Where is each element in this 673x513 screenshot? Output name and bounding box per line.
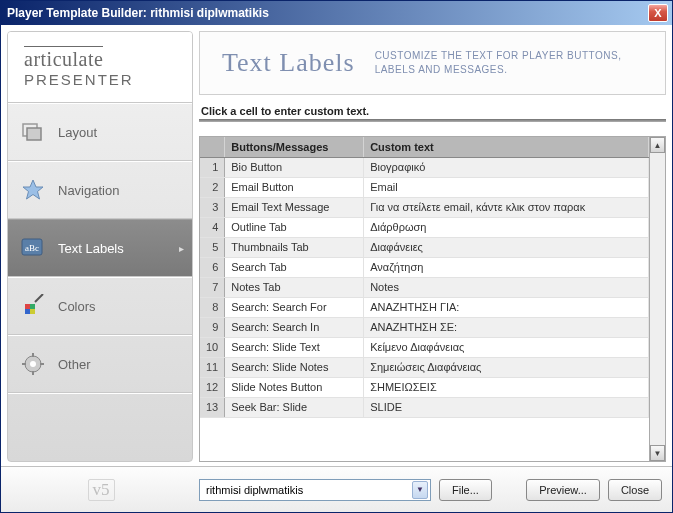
col-header-custom[interactable]: Custom text: [364, 137, 649, 157]
svg-point-11: [30, 361, 36, 367]
table-row: 6Search TabΑναζήτηση: [200, 257, 649, 277]
cell-custom-text[interactable]: ΑΝΑΖΗΤΗΣΗ ΣΕ:: [364, 317, 649, 337]
cell-button-message[interactable]: Email Text Message: [225, 197, 364, 217]
table-row: 11Search: Slide NotesΣημειώσεις Διαφάνει…: [200, 357, 649, 377]
window: Player Template Builder: rithmisi diplwm…: [0, 0, 673, 513]
col-header-rownum[interactable]: [200, 137, 225, 157]
logo-top: articulate: [24, 46, 103, 71]
table-row: 1Bio ButtonΒιογραφικό: [200, 157, 649, 177]
table-row: 10Search: Slide TextΚείμενο Διαφάνειας: [200, 337, 649, 357]
svg-marker-2: [23, 180, 43, 199]
close-icon[interactable]: X: [648, 4, 668, 22]
svg-rect-7: [25, 309, 30, 314]
table-row: 8Search: Search ForΑΝΑΖΗΤΗΣΗ ΓΙΑ:: [200, 297, 649, 317]
svg-rect-8: [30, 309, 35, 314]
cell-button-message[interactable]: Slide Notes Button: [225, 377, 364, 397]
cell-button-message[interactable]: Search: Search In: [225, 317, 364, 337]
row-number[interactable]: 10: [200, 337, 225, 357]
window-body: articulate PRESENTER Layout Navigation: [1, 25, 672, 512]
cell-button-message[interactable]: Search: Search For: [225, 297, 364, 317]
row-number[interactable]: 7: [200, 277, 225, 297]
titlebar: Player Template Builder: rithmisi diplwm…: [1, 1, 672, 25]
sidebar-item-text-labels[interactable]: aBc Text Labels: [8, 219, 192, 277]
row-number[interactable]: 9: [200, 317, 225, 337]
page-description: CUSTOMIZE THE TEXT FOR PLAYER BUTTONS, L…: [375, 49, 643, 77]
row-number[interactable]: 3: [200, 197, 225, 217]
cell-custom-text[interactable]: Βιογραφικό: [364, 157, 649, 177]
cell-custom-text[interactable]: ΣΗΜΕΙΩΣΕΙΣ: [364, 377, 649, 397]
row-number[interactable]: 8: [200, 297, 225, 317]
sidebar-item-layout[interactable]: Layout: [8, 103, 192, 161]
svg-rect-5: [25, 304, 30, 309]
file-button[interactable]: File...: [439, 479, 492, 501]
cell-custom-text[interactable]: Διάρθρωση: [364, 217, 649, 237]
cell-button-message[interactable]: Thumbnails Tab: [225, 237, 364, 257]
table-row: 7Notes TabNotes: [200, 277, 649, 297]
cell-button-message[interactable]: Seek Bar: Slide: [225, 397, 364, 417]
divider: [199, 119, 666, 122]
scrollbar[interactable]: ▲ ▼: [649, 137, 665, 461]
row-number[interactable]: 11: [200, 357, 225, 377]
grid-table: Buttons/Messages Custom text 1Bio Button…: [200, 137, 649, 418]
row-number[interactable]: 6: [200, 257, 225, 277]
cell-custom-text[interactable]: Διαφάνειες: [364, 237, 649, 257]
table-row: 5Thumbnails TabΔιαφάνειες: [200, 237, 649, 257]
col-header-buttons[interactable]: Buttons/Messages: [225, 137, 364, 157]
sidebar-spacer: [8, 393, 192, 461]
cell-button-message[interactable]: Search Tab: [225, 257, 364, 277]
sidebar-item-label: Other: [58, 357, 91, 372]
scroll-up-icon[interactable]: ▲: [650, 137, 665, 153]
cell-button-message[interactable]: Search: Slide Notes: [225, 357, 364, 377]
svg-rect-6: [30, 304, 35, 309]
svg-line-9: [35, 294, 43, 302]
cell-custom-text[interactable]: Email: [364, 177, 649, 197]
cell-button-message[interactable]: Search: Slide Text: [225, 337, 364, 357]
logo: articulate PRESENTER: [8, 32, 192, 103]
sidebar-item-other[interactable]: Other: [8, 335, 192, 393]
gear-icon: [20, 351, 46, 377]
cell-button-message[interactable]: Outline Tab: [225, 217, 364, 237]
navigation-icon: [20, 177, 46, 203]
table-row: 2Email ButtonEmail: [200, 177, 649, 197]
table-row: 3Email Text MessageΓια να στείλετε email…: [200, 197, 649, 217]
cell-custom-text[interactable]: Για να στείλετε email, κάντε κλικ στον π…: [364, 197, 649, 217]
row-number[interactable]: 2: [200, 177, 225, 197]
layout-icon: [20, 119, 46, 145]
cell-custom-text[interactable]: Κείμενο Διαφάνειας: [364, 337, 649, 357]
table-row: 9Search: Search InΑΝΑΖΗΤΗΣΗ ΣΕ:: [200, 317, 649, 337]
preview-button[interactable]: Preview...: [526, 479, 600, 501]
cell-button-message[interactable]: Bio Button: [225, 157, 364, 177]
row-number[interactable]: 1: [200, 157, 225, 177]
close-button[interactable]: Close: [608, 479, 662, 501]
cell-custom-text[interactable]: ΑΝΑΖΗΤΗΣΗ ΓΙΑ:: [364, 297, 649, 317]
scroll-track[interactable]: [650, 153, 665, 445]
sidebar: articulate PRESENTER Layout Navigation: [7, 31, 193, 462]
row-number[interactable]: 13: [200, 397, 225, 417]
cell-custom-text[interactable]: Σημειώσεις Διαφάνειας: [364, 357, 649, 377]
version-label: v5: [88, 479, 115, 501]
cell-custom-text[interactable]: Notes: [364, 277, 649, 297]
cell-custom-text[interactable]: Αναζήτηση: [364, 257, 649, 277]
content-panel: Text Labels CUSTOMIZE THE TEXT FOR PLAYE…: [199, 31, 666, 462]
table-row: 4Outline TabΔιάρθρωση: [200, 217, 649, 237]
text-labels-icon: aBc: [20, 235, 46, 261]
page-title: Text Labels: [222, 48, 355, 78]
cell-button-message[interactable]: Notes Tab: [225, 277, 364, 297]
grid-scroll: Buttons/Messages Custom text 1Bio Button…: [200, 137, 649, 461]
template-select[interactable]: rithmisi diplwmatikis ▼: [199, 479, 431, 501]
row-number[interactable]: 4: [200, 217, 225, 237]
cell-custom-text[interactable]: SLIDE: [364, 397, 649, 417]
sidebar-item-label: Colors: [58, 299, 96, 314]
sidebar-item-label: Text Labels: [58, 241, 124, 256]
svg-text:aBc: aBc: [25, 243, 39, 253]
row-number[interactable]: 5: [200, 237, 225, 257]
table-row: 13Seek Bar: SlideSLIDE: [200, 397, 649, 417]
row-number[interactable]: 12: [200, 377, 225, 397]
version-box: v5: [11, 479, 191, 501]
sidebar-item-navigation[interactable]: Navigation: [8, 161, 192, 219]
cell-button-message[interactable]: Email Button: [225, 177, 364, 197]
header-box: Text Labels CUSTOMIZE THE TEXT FOR PLAYE…: [199, 31, 666, 95]
svg-rect-1: [27, 128, 41, 140]
scroll-down-icon[interactable]: ▼: [650, 445, 665, 461]
sidebar-item-colors[interactable]: Colors: [8, 277, 192, 335]
